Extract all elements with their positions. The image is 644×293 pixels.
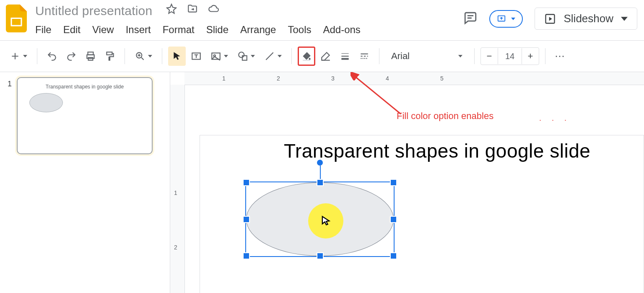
present-dropdown-icon[interactable] <box>511 18 515 20</box>
cloud-status-icon[interactable] <box>208 3 219 16</box>
more-tools-button[interactable]: ⋯ <box>551 50 569 62</box>
rotate-stem <box>320 166 321 179</box>
annotation-dots: . . . <box>539 114 571 123</box>
hruler-tick: 1 <box>222 75 226 82</box>
chevron-down-icon <box>458 55 462 57</box>
fill-color-button[interactable] <box>298 47 315 66</box>
header-bar: Untitled presentation File Edit View Ins… <box>0 0 644 41</box>
font-size-increase[interactable]: + <box>522 51 539 62</box>
thumbnail-shape-ellipse <box>29 93 63 112</box>
svg-rect-14 <box>303 60 310 61</box>
vruler-tick: 1 <box>174 189 177 196</box>
menu-edit[interactable]: Edit <box>63 24 80 36</box>
resize-handle-n[interactable] <box>317 179 324 186</box>
font-family-select[interactable]: Arial <box>385 51 468 62</box>
print-button[interactable] <box>82 47 99 66</box>
thumbnail-panel: 1 Transparent shapes in google slide <box>0 72 170 293</box>
vruler-tick: 2 <box>174 244 177 251</box>
resize-handle-se[interactable] <box>390 252 397 259</box>
thumbnail-title: Transparent shapes in google slide <box>18 78 152 90</box>
present-button[interactable] <box>489 10 523 28</box>
hruler-tick: 2 <box>277 75 280 82</box>
select-tool-button[interactable] <box>168 47 186 66</box>
slide-canvas[interactable]: Transparent shapes in google slide <box>200 135 644 293</box>
svg-rect-7 <box>106 52 112 55</box>
border-color-button[interactable] <box>317 47 335 66</box>
menu-file[interactable]: File <box>35 24 52 36</box>
font-size-control: − 14 + <box>480 47 539 65</box>
thumbnail-number: 1 <box>8 77 17 88</box>
rotate-handle[interactable] <box>317 160 323 166</box>
undo-button[interactable] <box>43 47 61 66</box>
selected-shape-bounding-box[interactable] <box>245 182 395 257</box>
resize-handle-nw[interactable] <box>243 179 250 186</box>
svg-rect-1 <box>12 19 21 25</box>
slideshow-button[interactable]: Slideshow <box>535 8 637 30</box>
title-block: Untitled presentation File Edit View Ins… <box>28 3 361 36</box>
app-logo-icon[interactable] <box>5 3 28 34</box>
svg-rect-15 <box>322 60 330 61</box>
toolbar: Arial − 14 + ⋯ <box>0 41 644 72</box>
shape-button[interactable] <box>234 47 259 66</box>
thumbnail-slide[interactable]: Transparent shapes in google slide <box>17 77 153 154</box>
resize-handle-s[interactable] <box>317 252 324 259</box>
menu-addons[interactable]: Add-ons <box>323 24 360 36</box>
line-button[interactable] <box>260 47 286 66</box>
resize-handle-ne[interactable] <box>390 179 397 186</box>
svg-line-16 <box>355 76 401 114</box>
slideshow-label: Slideshow <box>564 12 613 25</box>
new-slide-button[interactable] <box>6 47 31 66</box>
font-size-value[interactable]: 14 <box>498 48 522 64</box>
thumbnail-row[interactable]: 1 Transparent shapes in google slide <box>0 77 170 154</box>
hruler-tick: 5 <box>440 75 444 82</box>
canvas-area: 1 2 3 4 5 1 2 Fill color option enables … <box>170 72 644 293</box>
border-dash-button[interactable] <box>356 47 373 66</box>
image-button[interactable] <box>207 47 232 66</box>
resize-handle-w[interactable] <box>243 216 250 223</box>
font-size-decrease[interactable]: − <box>481 51 498 62</box>
menu-slide[interactable]: Slide <box>206 24 229 36</box>
resize-handle-sw[interactable] <box>243 252 250 259</box>
slide-heading[interactable]: Transparent shapes in google slide <box>284 140 590 162</box>
svg-point-12 <box>239 52 244 57</box>
menu-format[interactable]: Format <box>163 24 195 36</box>
paint-format-button[interactable] <box>101 47 119 66</box>
menu-insert[interactable]: Insert <box>126 24 151 36</box>
main-area: 1 Transparent shapes in google slide 1 2… <box>0 72 644 293</box>
font-family-value: Arial <box>391 51 410 62</box>
cursor-highlight-icon <box>308 203 343 239</box>
redo-button[interactable] <box>62 47 80 66</box>
menu-arrange[interactable]: Arrange <box>240 24 276 36</box>
star-icon[interactable] <box>166 3 177 16</box>
svg-rect-13 <box>242 56 247 60</box>
vertical-ruler[interactable]: 1 2 <box>170 85 185 293</box>
menu-tools[interactable]: Tools <box>288 24 311 36</box>
zoom-button[interactable] <box>131 47 156 66</box>
annotation-label: Fill color option enables <box>397 111 493 122</box>
resize-handle-e[interactable] <box>390 216 397 223</box>
menu-bar: File Edit View Insert Format Slide Arran… <box>35 24 361 36</box>
menu-view[interactable]: View <box>92 24 114 36</box>
textbox-button[interactable] <box>187 47 205 66</box>
comments-icon[interactable] <box>463 11 478 27</box>
document-title[interactable]: Untitled presentation <box>35 4 152 18</box>
move-folder-icon[interactable] <box>187 3 198 16</box>
border-weight-button[interactable] <box>336 47 354 66</box>
header-right: Slideshow <box>463 3 639 30</box>
hruler-tick: 3 <box>331 75 335 82</box>
horizontal-ruler[interactable]: 1 2 3 4 5 <box>184 72 644 85</box>
